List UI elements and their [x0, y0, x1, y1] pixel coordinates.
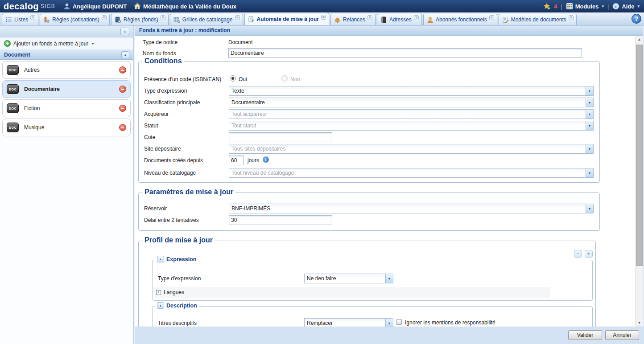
tab-close-icon[interactable]: × [321, 15, 326, 20]
sidebar-group-document[interactable]: Document ▲ [0, 50, 133, 60]
relances-tab-icon [334, 16, 341, 23]
remove-item-icon[interactable] [119, 105, 126, 112]
statut-select[interactable]: Tout statut ▼ [229, 121, 594, 131]
vertical-scrollbar[interactable]: ▲ ▼ [635, 36, 643, 327]
info-icon[interactable]: i [263, 156, 269, 163]
collapse-sidebar-button[interactable]: « [120, 28, 129, 35]
type-expression-select[interactable]: Texte ▼ [229, 86, 594, 96]
tab-listes[interactable]: Listes × [2, 14, 38, 25]
niveau-catalogage-select[interactable]: Tout niveau de catalogage ▼ [229, 168, 594, 178]
aide-label: Aide [622, 3, 634, 10]
nom-du-fonds-input[interactable] [228, 48, 582, 58]
modules-menu[interactable]: Modules ▾ [566, 3, 604, 10]
select-arrow-icon[interactable]: ▼ [385, 274, 393, 283]
acquereur-select[interactable]: Tout acquéreur ▼ [229, 109, 594, 119]
current-user[interactable]: Angélique DUPONT [63, 3, 127, 10]
home-icon [134, 3, 141, 10]
tab-close-icon[interactable]: × [489, 15, 494, 20]
listes-tab-icon [5, 16, 12, 23]
langues-expand-row[interactable]: + Langues [153, 287, 550, 298]
tab-bar: Listes × Règles (cotisations) × Règles (… [0, 12, 644, 25]
regles-fonds-tab-icon [115, 16, 121, 23]
radio-oui[interactable] [230, 75, 236, 82]
user-icon [63, 3, 70, 10]
favorites-star-icon[interactable] [543, 3, 550, 10]
svg-text:i: i [615, 4, 617, 9]
tab-label: Automate de mise à jour [257, 16, 319, 22]
tab-label: Adresses [389, 16, 412, 23]
tab-close-icon[interactable]: × [235, 15, 240, 20]
titres-descriptifs-select[interactable]: Remplacer ▼ [304, 318, 393, 327]
select-arrow-icon[interactable]: ▼ [586, 168, 593, 177]
tab-close-icon[interactable]: × [367, 15, 372, 20]
tab-modeles-documents[interactable]: Modèles de documents × [499, 14, 577, 25]
site-depositaire-select[interactable]: Tous sites dépositaires ▼ [229, 144, 594, 154]
tab-adresses[interactable]: Adresses × [377, 14, 422, 25]
site-depositaire-label: Site dépositaire [144, 146, 181, 152]
tab-close-icon[interactable]: × [30, 15, 35, 20]
reservoir-select[interactable]: BNF-IMPRIMÉS ▼ [229, 204, 594, 213]
tab-label: Grilles de catalogage [182, 16, 233, 23]
current-library[interactable]: Médiathèque de la Vallée du Doux [134, 3, 236, 10]
scroll-down-icon[interactable]: ▼ [636, 319, 643, 327]
sidebar-item-label: Documentaire [24, 86, 60, 92]
annuler-button[interactable]: Annuler [605, 330, 639, 340]
select-arrow-icon[interactable]: ▼ [586, 204, 593, 213]
statut-label: Statut [144, 123, 158, 129]
radio-non[interactable] [281, 75, 288, 82]
collapse-expression-button[interactable]: ▲ [157, 256, 164, 262]
sidebar-item-autres[interactable]: DOC Autres [2, 61, 131, 79]
modules-label: Modules [575, 3, 599, 10]
classification-select[interactable]: Documentaire ▼ [229, 98, 594, 107]
tab-grilles-catalogage[interactable]: Grilles de catalogage × [170, 14, 243, 25]
valider-button[interactable]: Valider [568, 330, 602, 340]
remove-item-icon[interactable] [119, 86, 126, 93]
tab-regles-cotisations[interactable]: Règles (cotisations) × [40, 14, 109, 25]
collapse-group-button[interactable]: ▲ [121, 51, 129, 58]
tab-close-icon[interactable]: × [414, 15, 419, 20]
sidebar: « + Ajouter un fonds à mettre à jour ▾ D… [0, 25, 134, 344]
help-menu[interactable]: i Aide ▾ [612, 3, 640, 10]
modeles-documents-tab-icon [502, 16, 509, 23]
add-fonds-button[interactable]: + Ajouter un fonds à mettre à jour ▾ [0, 37, 133, 50]
ignorer-responsabilite-checkbox[interactable] [396, 319, 402, 325]
tab-close-icon[interactable]: × [569, 15, 574, 20]
help-button[interactable]: ? [632, 14, 641, 24]
sidebar-item-documentaire[interactable]: DOC Documentaire [2, 80, 131, 98]
delai-input[interactable] [229, 215, 332, 225]
tab-abonnes-fonctionnels[interactable]: Abonnés fonctionnels × [423, 14, 497, 25]
regles-cotisations-tab-icon [43, 16, 50, 23]
collapse-description-button[interactable]: ▲ [157, 302, 164, 309]
select-arrow-icon[interactable]: ▼ [586, 98, 593, 107]
select-arrow-icon[interactable]: ▼ [586, 86, 593, 95]
select-arrow-icon[interactable]: ▼ [586, 110, 593, 119]
tab-automate-mise-a-jour[interactable]: Automate de mise à jour × [244, 13, 329, 25]
tab-label: Règles (cotisations) [52, 16, 99, 23]
select-arrow-icon[interactable]: ▼ [586, 144, 593, 153]
collapse-all-button[interactable]: − [574, 250, 582, 258]
tab-relances[interactable]: Relances × [330, 14, 376, 25]
conditions-fieldset: Conditions Présence d'un code (ISBN/EAN)… [138, 61, 600, 183]
tab-regles-fonds[interactable]: Règles (fonds) × [111, 14, 169, 25]
expand-all-button[interactable]: + [585, 250, 593, 258]
tab-label: Abonnés fonctionnels [436, 16, 487, 23]
remove-item-icon[interactable] [119, 66, 126, 74]
select-arrow-icon[interactable]: ▼ [586, 121, 593, 130]
scroll-up-icon[interactable]: ▲ [636, 36, 643, 43]
select-arrow-icon[interactable]: ▼ [385, 319, 393, 327]
sidebar-item-fiction[interactable]: DOC Fiction [2, 99, 131, 117]
type-de-notice-value: Document [228, 39, 253, 45]
modules-grid-icon [566, 3, 573, 10]
type-expression-label: Type d'expression [144, 88, 187, 94]
tab-close-icon[interactable]: × [102, 15, 107, 20]
cote-input[interactable] [229, 132, 332, 142]
chevron-down-icon: ▾ [602, 4, 604, 8]
niveau-catalogage-label: Niveau de catalogage [144, 170, 196, 176]
profil-type-expression-select[interactable]: Ne rien faire ▼ [304, 274, 393, 283]
remove-item-icon[interactable] [119, 124, 126, 131]
scrollbar-thumb[interactable] [636, 45, 643, 266]
parametres-fieldset: Paramètres de mise à jour Réservoir BNF-… [138, 192, 600, 231]
sidebar-item-musique[interactable]: DOC Musique [2, 119, 131, 136]
tab-close-icon[interactable]: × [161, 15, 165, 20]
documents-crees-input[interactable] [229, 156, 244, 165]
